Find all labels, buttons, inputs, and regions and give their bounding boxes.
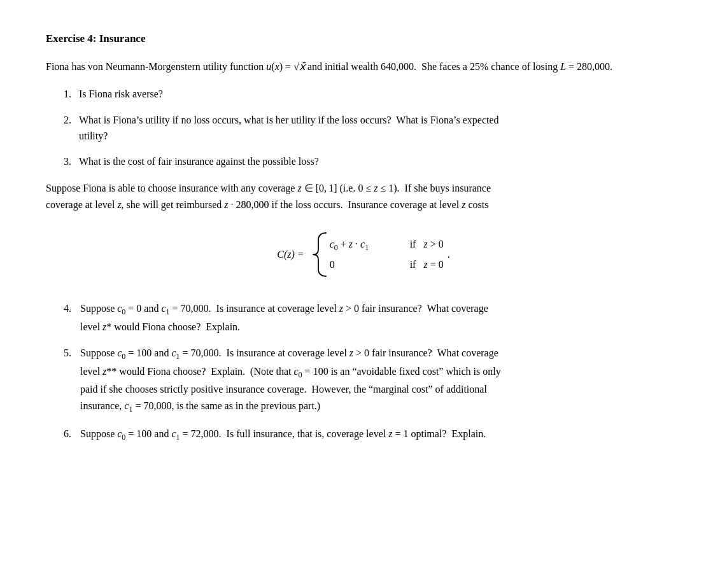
question-2: 2. What is Fiona’s utility if no loss oc… bbox=[64, 113, 681, 144]
q6-text: Suppose c0 = 100 and c1 = 72,000. Is ful… bbox=[80, 426, 681, 444]
q5-num: 5. bbox=[64, 345, 80, 416]
piecewise-formula: C(z) = c0 + z · c1 if z > 0 0 if z = 0 . bbox=[46, 232, 681, 277]
piecewise-cases: c0 + z · c1 if z > 0 0 if z = 0 bbox=[330, 237, 444, 274]
further-questions-list: 4. Suppose c0 = 0 and c1 = 70,000. Is in… bbox=[46, 300, 681, 444]
question-6: 6. Suppose c0 = 100 and c1 = 72,000. Is … bbox=[64, 426, 681, 444]
case2-expr: 0 bbox=[330, 257, 400, 273]
q3-num: 3. bbox=[64, 154, 79, 170]
question-5: 5. Suppose c0 = 100 and c1 = 70,000. Is … bbox=[64, 345, 681, 416]
q4-num: 4. bbox=[64, 300, 80, 335]
q2-text: What is Fiona’s utility if no loss occur… bbox=[79, 113, 681, 144]
questions-list: 1. Is Fiona risk averse? 2. What is Fion… bbox=[46, 87, 681, 170]
piecewise-period: . bbox=[448, 247, 450, 263]
question-4: 4. Suppose c0 = 0 and c1 = 70,000. Is in… bbox=[64, 300, 681, 335]
question-1: 1. Is Fiona risk averse? bbox=[64, 87, 681, 102]
case2-cond: if z = 0 bbox=[410, 257, 444, 273]
q4-text: Suppose c0 = 0 and c1 = 70,000. Is insur… bbox=[80, 300, 681, 335]
q2-num: 2. bbox=[64, 113, 79, 144]
question-3: 3. What is the cost of fair insurance ag… bbox=[64, 154, 681, 170]
piecewise-row-2: 0 if z = 0 bbox=[330, 257, 444, 273]
piecewise-row-1: c0 + z · c1 if z > 0 bbox=[330, 237, 444, 254]
q5-text: Suppose c0 = 100 and c1 = 70,000. Is ins… bbox=[80, 345, 681, 416]
suppose-paragraph: Suppose Fiona is able to choose insuranc… bbox=[46, 180, 681, 213]
page-title: Exercise 4: Insurance bbox=[46, 31, 681, 47]
q1-num: 1. bbox=[64, 87, 79, 102]
q3-text: What is the cost of fair insurance again… bbox=[79, 154, 681, 170]
intro-paragraph: Fiona has von Neumann-Morgenstern utilit… bbox=[46, 59, 681, 75]
q1-text: Is Fiona risk averse? bbox=[79, 87, 681, 102]
left-brace-icon bbox=[312, 232, 330, 277]
case1-expr: c0 + z · c1 bbox=[330, 237, 400, 254]
q6-num: 6. bbox=[64, 426, 80, 444]
piecewise-lhs: C(z) = bbox=[277, 247, 304, 263]
case1-cond: if z > 0 bbox=[410, 237, 444, 253]
